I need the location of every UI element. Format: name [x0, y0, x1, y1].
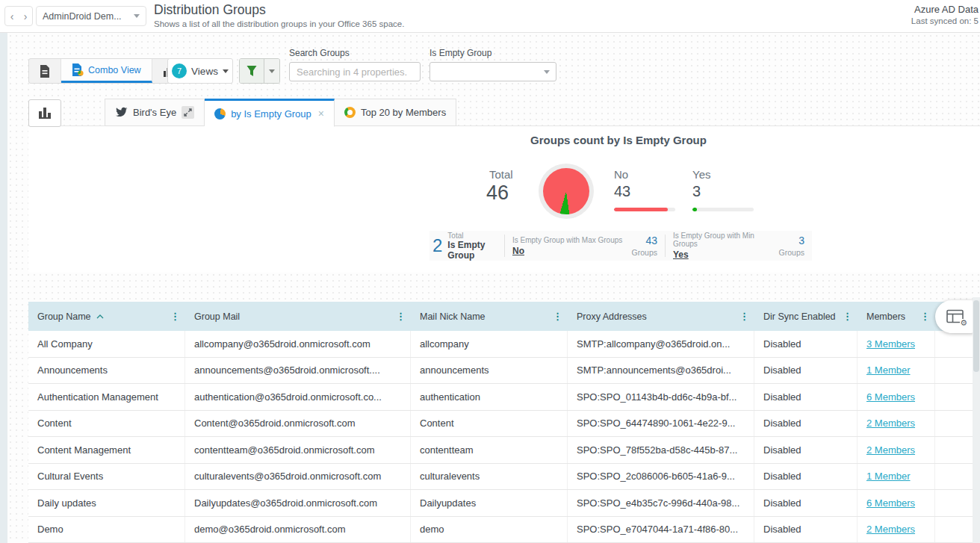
pie-chart[interactable]: [539, 164, 594, 219]
cell-group-mail: Content@o365droid.onmicrosoft.com: [185, 411, 411, 437]
members-link[interactable]: 2 Members: [866, 444, 915, 456]
vertical-scrollbar[interactable]: [973, 297, 980, 543]
tab-by-is-empty-group-label: by Is Empty Group: [231, 108, 311, 120]
close-icon[interactable]: ×: [318, 108, 324, 120]
column-header-proxy-addresses[interactable]: Proxy Addresses ⋮: [568, 302, 754, 331]
column-chooser-button[interactable]: ⚙: [935, 300, 976, 333]
legend-no-bar: [614, 208, 675, 211]
combo-view-button[interactable]: Combo View: [61, 59, 152, 83]
grid-view-button[interactable]: [29, 59, 61, 83]
column-settings-icon: ⚙: [946, 309, 964, 324]
legend-yes-bar: [692, 208, 754, 211]
filter-menu-button[interactable]: [264, 59, 279, 83]
cell-mail-nick-name: contentteam: [411, 437, 568, 463]
search-groups-input[interactable]: [289, 62, 421, 81]
column-menu-icon[interactable]: ⋮: [739, 311, 749, 321]
summary-min-unit: Groups: [779, 248, 804, 257]
members-link[interactable]: 3 Members: [866, 338, 915, 350]
back-icon[interactable]: ‹: [10, 11, 14, 22]
filter-funnel-icon: [246, 65, 258, 77]
column-label: Members: [866, 311, 905, 322]
cell-dir-sync-enabled: Disabled: [754, 384, 858, 410]
summary-max-groups: Is Empty Group with Max Groups No 43 Gro…: [504, 235, 665, 257]
left-edge-strip: [0, 33, 7, 543]
chart-tab-strip: Bird's Eye by Is Empty Group × Top 20 by…: [105, 98, 456, 126]
column-menu-icon[interactable]: ⋮: [920, 311, 930, 321]
chart-panel: Groups count by Is Empty Group Total 46 …: [28, 125, 980, 273]
cell-group-mail: authentication@o365droid.onmicrosoft.co.…: [185, 384, 411, 410]
column-header-members[interactable]: Members ⋮: [858, 302, 935, 331]
forward-icon[interactable]: ›: [24, 11, 28, 22]
tab-top20-by-members[interactable]: Top 20 by Members: [335, 99, 456, 126]
column-menu-icon[interactable]: ⋮: [843, 311, 852, 321]
chevron-down-icon: [544, 70, 550, 74]
column-header-group-mail[interactable]: Group Mail ⋮: [185, 302, 411, 331]
view-switcher: Combo View: [28, 58, 189, 84]
chart-title: Groups count by Is Empty Group: [506, 134, 731, 146]
members-link[interactable]: 2 Members: [866, 418, 915, 429]
views-count-badge: 7: [172, 63, 187, 78]
tab-birds-eye[interactable]: Bird's Eye: [105, 99, 205, 126]
members-link[interactable]: 2 Members: [866, 524, 915, 535]
table-row[interactable]: Content Management contentteam@o365droid…: [28, 437, 973, 464]
filter-button[interactable]: [240, 59, 264, 83]
table-row[interactable]: All Company allcompany@o365droid.onmicro…: [28, 331, 973, 358]
members-link[interactable]: 1 Member: [866, 471, 911, 482]
table-row[interactable]: Content Content@o365droid.onmicrosoft.co…: [28, 411, 973, 438]
table-header-row: Group Name ⋮ Group Mail ⋮ Mail Nick Name…: [28, 302, 973, 331]
scrollbar-thumb[interactable]: [973, 300, 979, 372]
table-row[interactable]: Demo demo@o365droid.onmicrosoft.com demo…: [28, 517, 973, 543]
legend-no[interactable]: No 43: [614, 168, 675, 211]
column-menu-icon[interactable]: ⋮: [396, 311, 406, 321]
table-row[interactable]: Daily updates Dailyupdates@o365droid.onm…: [28, 490, 973, 517]
members-link[interactable]: 6 Members: [866, 391, 915, 403]
cell-group-mail: allcompany@o365droid.onmicrosoft.com: [185, 331, 411, 357]
summary-max-key[interactable]: No: [512, 246, 622, 256]
summary-min-key[interactable]: Yes: [673, 249, 779, 260]
table-row[interactable]: Authentication Management authentication…: [28, 384, 973, 411]
column-menu-icon[interactable]: ⋮: [170, 311, 180, 321]
is-empty-group-select[interactable]: [429, 62, 556, 81]
chart-total-label: Total: [489, 168, 513, 181]
groups-table: Group Name ⋮ Group Mail ⋮ Mail Nick Name…: [28, 302, 973, 543]
summary-strip: 2 Total Is Empty Group Is Empty Group wi…: [429, 231, 812, 261]
members-link[interactable]: 6 Members: [866, 497, 915, 509]
tenant-selector[interactable]: AdminDroid Dem...: [36, 6, 146, 26]
legend-yes-label: Yes: [692, 168, 754, 181]
search-groups-label: Search Groups: [289, 48, 421, 58]
column-menu-icon[interactable]: ⋮: [553, 311, 562, 321]
tab-by-is-empty-group[interactable]: by Is Empty Group ×: [205, 99, 335, 127]
sync-info: Azure AD Data Last synced on: 5: [911, 4, 979, 25]
search-groups-field: Search Groups: [289, 48, 421, 81]
app-window: ‹ › AdminDroid Dem... Distribution Group…: [0, 0, 980, 543]
summary-total-label: Total: [447, 232, 504, 240]
tab-birds-eye-label: Bird's Eye: [133, 107, 176, 118]
column-header-mail-nick-name[interactable]: Mail Nick Name ⋮: [411, 302, 568, 331]
column-header-group-name[interactable]: Group Name ⋮: [28, 302, 185, 331]
cell-mail-nick-name: authentication: [411, 384, 568, 410]
is-empty-group-label: Is Empty Group: [429, 48, 556, 58]
cell-dir-sync-enabled: Disabled: [754, 490, 858, 516]
views-label: Views: [191, 66, 218, 77]
views-dropdown-button[interactable]: 7 Views: [167, 58, 233, 84]
chart-type-button[interactable]: [28, 99, 61, 127]
table-row[interactable]: Cultural Events culturalevents@o365droid…: [28, 464, 973, 491]
cell-dir-sync-enabled: Disabled: [754, 437, 858, 463]
pie-chart-slices: [543, 168, 589, 214]
tenant-selector-label: AdminDroid Dem...: [43, 11, 122, 22]
column-header-dir-sync-enabled[interactable]: Dir Sync Enabled ⋮: [754, 302, 858, 331]
column-label: Mail Nick Name: [420, 311, 486, 322]
chevron-down-icon: [134, 14, 140, 18]
members-link[interactable]: 1 Member: [866, 364, 911, 376]
cell-dir-sync-enabled: Disabled: [754, 517, 858, 543]
expand-icon[interactable]: [182, 106, 194, 119]
document-icon: [40, 65, 50, 78]
chart-total-value: 46: [486, 181, 509, 205]
summary-max-value: 43: [632, 235, 657, 246]
combo-view-icon: [72, 63, 84, 76]
legend-yes[interactable]: Yes 3: [692, 168, 754, 211]
table-row[interactable]: Announcements announcements@o365droid.on…: [28, 358, 973, 385]
cell-group-mail: culturalevents@o365droid.onmicrosoft.com: [185, 464, 411, 490]
column-label: Proxy Addresses: [577, 311, 647, 322]
cell-mail-nick-name: allcompany: [411, 331, 568, 357]
